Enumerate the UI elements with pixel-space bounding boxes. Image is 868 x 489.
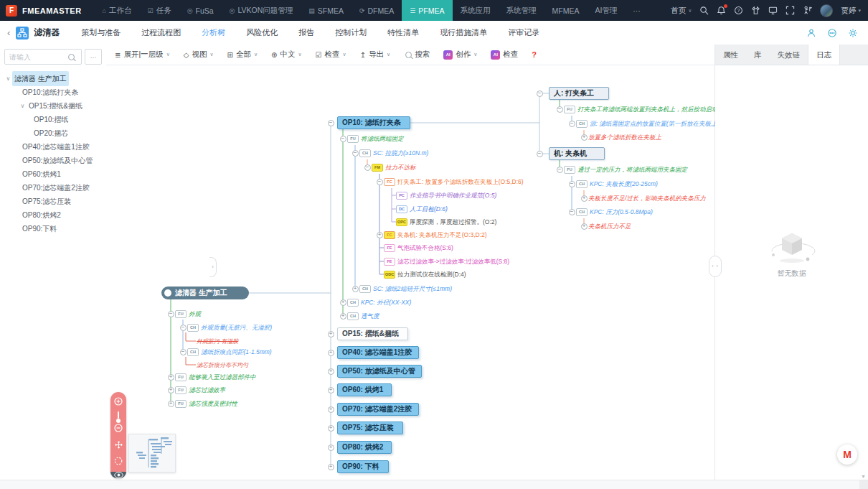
canvas-node[interactable]: OP70: 滤芯端盖2注胶 — [337, 403, 419, 416]
topnav-item[interactable]: 系统管理 — [499, 0, 544, 21]
guide-person-icon[interactable] — [803, 6, 812, 15]
tree-item[interactable]: OP50:放滤纸及中心管 — [0, 154, 106, 167]
help-circle-icon[interactable]: ? — [734, 6, 743, 15]
toolbar-ai-检查[interactable]: AI检查 — [491, 50, 518, 60]
collapse-handle[interactable]: − — [569, 209, 575, 215]
canvas-item[interactable]: FU将滤纸两端固定 — [347, 135, 404, 144]
sidebar-search-input[interactable] — [5, 53, 67, 61]
user-menu[interactable]: 贾婷▾ — [841, 6, 861, 16]
canvas-item[interactable]: CH外观质量(无脏污、无溢胶) — [187, 324, 272, 332]
toolbar-中文[interactable]: ⊕中文∨ — [271, 50, 302, 60]
canvas-item[interactable]: FE滤芯过滤效率->过滤效率:过滤效率低(S:8) — [384, 258, 509, 266]
canvas-item[interactable]: FU滤芯强度及密封性 — [175, 400, 237, 409]
collapse-handle[interactable]: − — [168, 311, 174, 317]
expand-handle[interactable]: + — [352, 286, 359, 292]
fit-screen-button[interactable] — [114, 455, 123, 468]
collapse-handle[interactable]: − — [537, 90, 543, 97]
canvas-item[interactable]: CH透气度 — [347, 312, 379, 321]
expand-handle[interactable]: + — [581, 134, 588, 141]
topnav-item[interactable]: ⌂工作台 — [95, 0, 140, 21]
fullscreen-icon[interactable] — [786, 6, 795, 15]
collapse-handle[interactable]: − — [377, 179, 383, 185]
canvas-node[interactable]: OP80: 烘烤2 — [337, 441, 392, 454]
monitor-icon[interactable] — [768, 6, 778, 15]
canvas-item[interactable]: 滤芯折痕分布不均匀 — [197, 361, 248, 369]
tab-报告[interactable]: 报告 — [298, 27, 314, 38]
canvas-item[interactable]: FU通过一定的压力，将滤纸两端用夹条固定 — [564, 166, 687, 174]
canvas-item[interactable]: 夹板长度不足/过长，影响夹条机的夹条压力 — [588, 195, 706, 203]
tree-item[interactable]: OP60:烘烤1 — [0, 167, 106, 181]
canvas-node[interactable]: OP75: 滤芯压装 — [337, 422, 403, 434]
toolbar-视图[interactable]: ◇视图∨ — [184, 50, 214, 60]
canvas-item[interactable]: DC人工目检(D:6) — [396, 205, 448, 214]
expand-handle[interactable]: + — [168, 401, 174, 407]
canvas-item[interactable]: FU打夹条工将滤纸两端放置到夹条机上，然后按动启动按钮 — [564, 106, 715, 114]
theme-shirt-icon[interactable] — [751, 6, 760, 15]
canvas-item[interactable]: CHKPC: 外径(XX-XX) — [347, 299, 411, 307]
collapse-handle[interactable]: − — [328, 120, 334, 126]
collapse-handle[interactable]: − — [569, 121, 575, 127]
tree-item[interactable]: ∨OP15:摺纸&捆纸 — [0, 99, 106, 113]
collapse-handle[interactable]: − — [340, 136, 346, 142]
canvas-node[interactable]: 人: 打夹条工 — [549, 87, 609, 100]
caret-icon[interactable]: ∨ — [19, 99, 27, 113]
toolbar-检查[interactable]: ☑检查∨ — [316, 50, 346, 60]
canvas-item[interactable]: FC打夹条工: 放置多个滤纸折数在夹板上(O:5,D:6) — [384, 178, 524, 187]
canvas-node[interactable]: 机: 夹条机 — [549, 147, 605, 160]
canvas-node[interactable]: OP50: 放滤纸及中心管 — [337, 365, 422, 378]
expand-handle[interactable]: + — [581, 223, 588, 230]
expand-handle[interactable]: + — [328, 387, 334, 393]
tree-item[interactable]: OP10:摺纸 — [0, 113, 106, 126]
tree-item[interactable]: OP75:滤芯压装 — [0, 195, 106, 208]
expand-handle[interactable]: + — [328, 350, 334, 356]
collapse-handle[interactable]: − — [180, 349, 187, 355]
tab-分析树[interactable]: 分析树 — [202, 27, 225, 38]
help-button[interactable]: ? — [532, 50, 537, 59]
zoom-slider-handle[interactable] — [116, 419, 121, 423]
collapse-handle[interactable]: − — [180, 325, 187, 331]
scroll-down-arrow[interactable]: ▼ — [861, 474, 866, 479]
toolbar-全部[interactable]: ⊞全部∨ — [227, 50, 258, 60]
toolbar-ai-创作[interactable]: AI创作∨ — [443, 50, 477, 60]
home-link[interactable]: 首页∨ — [671, 6, 692, 16]
canvas-item[interactable]: CHKPC: 夹板长度(20-25cm) — [576, 180, 658, 189]
tree-item[interactable]: OP80:烘烤2 — [0, 208, 106, 222]
notification-bell-icon[interactable] — [717, 6, 726, 15]
settings-gear-icon[interactable] — [848, 28, 858, 38]
tab-风险优化[interactable]: 风险优化 — [246, 27, 278, 38]
tab-现行措施清单[interactable]: 现行措施清单 — [440, 27, 487, 38]
back-chevron-icon[interactable]: ‹ — [0, 27, 16, 38]
canvas-node[interactable]: OP40: 滤芯端盖1注胶 — [337, 346, 419, 359]
user-avatar[interactable] — [820, 4, 833, 17]
expand-handle[interactable]: + — [340, 313, 346, 320]
expand-handle[interactable]: + — [581, 195, 588, 202]
canvas-item[interactable]: CHSC: 滤纸2端错开尺寸(≤1mm) — [359, 285, 452, 294]
panel-tab-失效链[interactable]: 失效链 — [770, 45, 808, 65]
canvas-item[interactable]: 放置多个滤纸折数在夹板上 — [588, 134, 661, 142]
canvas-node[interactable]: 滤清器 生产加工 — [161, 287, 249, 299]
canvas-item[interactable]: FC夹条机: 夹条机压力不足(O:3,D:2) — [384, 231, 487, 240]
canvas-item[interactable]: FU能够装入至过滤器部件中 — [175, 373, 256, 382]
canvas-node[interactable]: OP90: 下料 — [337, 460, 389, 473]
tab-过程流程图[interactable]: 过程流程图 — [141, 27, 181, 38]
expand-handle[interactable]: + — [377, 232, 383, 238]
tree-item[interactable]: OP40:滤芯端盖1注胶 — [0, 140, 106, 154]
sidebar-more-button[interactable]: … — [85, 49, 102, 65]
collapse-handle[interactable]: − — [569, 181, 575, 187]
bottom-scrollbar-strip[interactable] — [0, 480, 868, 489]
canvas-item[interactable]: CH滤纸折痕点间距(1-1.5mm) — [187, 348, 272, 357]
canvas-item[interactable]: 夹条机压力不足 — [588, 223, 631, 231]
canvas-node[interactable]: OP15: 摺纸&捆纸 — [337, 327, 408, 340]
canvas-item[interactable]: FU外观 — [175, 310, 201, 319]
tree-item[interactable]: ∨滤清器 生产加工 — [0, 72, 106, 85]
expand-handle[interactable]: + — [168, 387, 174, 393]
collapse-handle[interactable]: − — [557, 167, 563, 173]
topnav-item[interactable]: ⟳DFMEA — [352, 0, 402, 21]
topnav-item[interactable]: ◎LVKON问题管理 — [222, 0, 301, 21]
panel-collapse-handle[interactable]: ‹ › — [709, 256, 722, 277]
expand-handle[interactable]: + — [328, 368, 334, 375]
minimap[interactable] — [128, 434, 176, 472]
toolbar-展开|一层级[interactable]: ≣展开|一层级∨ — [115, 50, 170, 60]
canvas-body[interactable]: 滤清器 生产加工OP10: 滤纸打夹条−OP15: 摺纸&捆纸+OP40: 滤芯… — [106, 65, 715, 480]
tab-控制计划[interactable]: 控制计划 — [335, 27, 367, 38]
